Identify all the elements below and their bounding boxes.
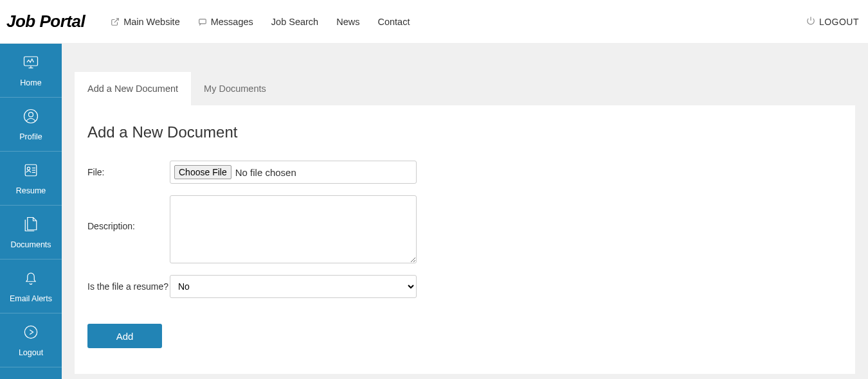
- chat-icon: [198, 17, 207, 26]
- logout-top-button[interactable]: LOGOUT: [806, 16, 859, 27]
- nav-label: Job Search: [271, 17, 318, 27]
- sidebar-label: Home: [20, 78, 41, 87]
- add-button[interactable]: Add: [87, 324, 162, 348]
- svg-line-0: [114, 18, 118, 22]
- home-icon: [22, 53, 40, 73]
- nav-news[interactable]: News: [336, 17, 359, 27]
- sidebar-label: Profile: [19, 132, 42, 141]
- top-nav: Main Website Messages Job Search News Co…: [111, 17, 410, 27]
- documents-icon: [22, 215, 40, 235]
- power-icon: [806, 16, 815, 27]
- sidebar-item-documents[interactable]: Documents: [0, 206, 62, 260]
- sidebar-label: Documents: [10, 240, 51, 249]
- content-area: Add a New Document My Documents Add a Ne…: [62, 44, 868, 379]
- row-is-resume: Is the file a resume? No: [87, 275, 842, 298]
- bell-icon: [22, 269, 40, 289]
- topbar: Job Portal Main Website Messages Job Sea…: [0, 0, 868, 44]
- file-label: File:: [87, 167, 170, 177]
- tab-add-new-document[interactable]: Add a New Document: [75, 72, 191, 105]
- nav-messages[interactable]: Messages: [198, 17, 253, 27]
- choose-file-button[interactable]: Choose File: [174, 165, 231, 179]
- sidebar-item-logout[interactable]: Logout: [0, 313, 62, 367]
- page-title: Add a New Document: [87, 123, 842, 141]
- file-status: No file chosen: [235, 167, 296, 178]
- panel-body: Add a New Document File: Choose File No …: [75, 105, 855, 374]
- svg-point-9: [27, 167, 30, 170]
- nav-contact[interactable]: Contact: [377, 17, 410, 27]
- nav-main-website[interactable]: Main Website: [111, 17, 180, 27]
- sidebar-item-home[interactable]: Home: [0, 44, 62, 98]
- description-input[interactable]: [170, 195, 417, 263]
- logo[interactable]: Job Portal: [6, 12, 85, 31]
- row-description: Description:: [87, 195, 842, 263]
- sidebar-label: Email Alerts: [10, 294, 52, 303]
- external-link-icon: [111, 17, 120, 26]
- logout-label: LOGOUT: [819, 17, 859, 27]
- profile-icon: [22, 107, 40, 127]
- svg-point-13: [24, 326, 37, 338]
- nav-label: Messages: [211, 17, 253, 27]
- svg-point-7: [29, 112, 33, 117]
- nav-label: Contact: [377, 17, 410, 27]
- sidebar: Home Profile Resume Documents Email Aler…: [0, 44, 62, 379]
- nav-job-search[interactable]: Job Search: [271, 17, 318, 27]
- sidebar-item-resume[interactable]: Resume: [0, 152, 62, 206]
- main-wrap: Home Profile Resume Documents Email Aler…: [0, 44, 868, 379]
- sidebar-label: Resume: [16, 186, 46, 195]
- sidebar-item-profile[interactable]: Profile: [0, 98, 62, 152]
- nav-label: Main Website: [123, 17, 180, 27]
- tab-my-documents[interactable]: My Documents: [191, 72, 279, 105]
- is-resume-select[interactable]: No: [170, 275, 417, 298]
- sidebar-item-email-alerts[interactable]: Email Alerts: [0, 260, 62, 313]
- sidebar-label: Logout: [19, 348, 43, 357]
- panel: Add a New Document My Documents Add a Ne…: [75, 72, 855, 374]
- is-resume-label: Is the file a resume?: [87, 281, 170, 292]
- row-file: File: Choose File No file chosen: [87, 161, 842, 184]
- resume-icon: [22, 161, 40, 181]
- logout-icon: [22, 323, 40, 343]
- description-label: Description:: [87, 195, 170, 231]
- tabs: Add a New Document My Documents: [75, 72, 855, 105]
- nav-label: News: [336, 17, 359, 27]
- file-input[interactable]: Choose File No file chosen: [170, 161, 417, 184]
- svg-rect-1: [199, 19, 206, 23]
